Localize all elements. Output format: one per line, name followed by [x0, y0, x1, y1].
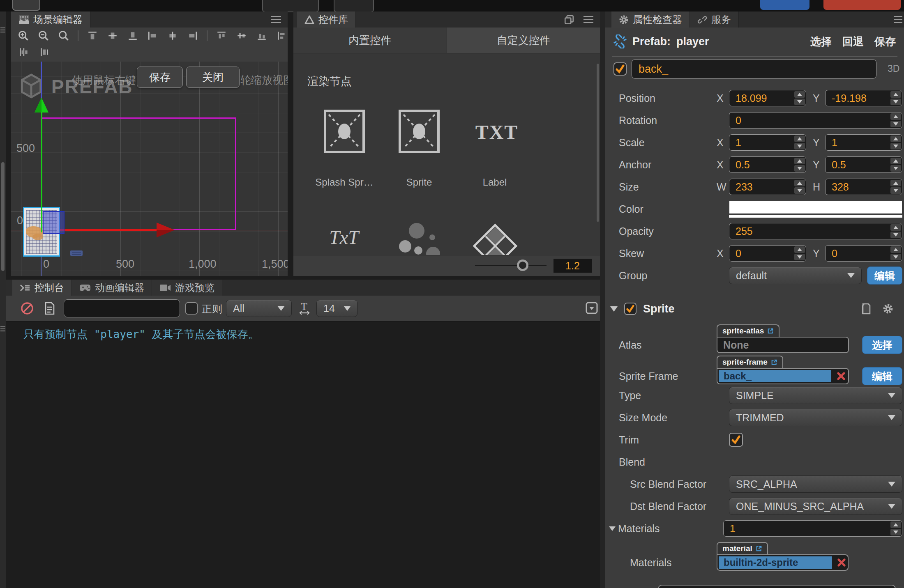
materials-count-field[interactable]: 1	[723, 520, 902, 537]
distribute-h-spacing-icon[interactable]	[18, 46, 30, 58]
topbar-blue-button-stub[interactable]	[760, 0, 809, 10]
inspector-panel-menu-icon[interactable]	[894, 14, 902, 25]
subtab-builtin-widgets[interactable]: 内置控件	[293, 28, 447, 53]
size-h-field[interactable]: 328	[825, 179, 902, 195]
tab-animation-editor[interactable]: 动画编辑器	[72, 280, 152, 296]
library-item-label[interactable]: Splash Spr…	[307, 177, 381, 188]
spinner[interactable]	[794, 91, 805, 105]
subtab-custom-widgets[interactable]: 自定义控件	[447, 28, 600, 53]
prefab-select-button[interactable]: 选择	[810, 34, 832, 49]
spinner[interactable]	[890, 521, 901, 535]
align-bottom-icon[interactable]	[127, 30, 138, 42]
external-link-icon[interactable]	[767, 328, 774, 334]
skew-y-field[interactable]: 0	[825, 245, 902, 262]
opacity-field[interactable]: 255	[729, 223, 902, 239]
position-y-field[interactable]: -19.198	[825, 90, 902, 106]
tab-widget-library[interactable]: 控件库	[297, 11, 356, 28]
group-edit-button[interactable]: 编辑	[867, 266, 902, 285]
distribute-v-spacing-icon[interactable]	[38, 46, 51, 58]
richtext-item-icon[interactable]: TxT	[313, 227, 375, 248]
topbar-red-button-stub[interactable]	[823, 0, 901, 10]
clear-material-icon[interactable]	[835, 555, 849, 570]
font-size-dropdown[interactable]: 14	[316, 300, 357, 317]
distribute-left-icon[interactable]	[276, 30, 288, 42]
scale-x-field[interactable]: 1	[729, 134, 806, 151]
sprite-frame-asset-box[interactable]: sprite-frame back_	[717, 368, 849, 384]
sprite-enabled-checkbox[interactable]	[624, 303, 636, 315]
align-top-icon[interactable]	[87, 30, 99, 42]
position-x-field[interactable]: 18.099	[729, 90, 806, 106]
rotation-field[interactable]: 0	[729, 112, 902, 129]
external-link-icon[interactable]	[771, 359, 777, 365]
align-center-icon[interactable]	[167, 30, 179, 42]
scene-panel-menu-icon[interactable]	[271, 14, 281, 25]
type-dropdown[interactable]: SIMPLE	[729, 387, 902, 404]
docs-icon[interactable]	[860, 303, 871, 315]
size-mode-dropdown[interactable]: TRIMMED	[729, 409, 902, 426]
prefab-revert-button[interactable]: 回退	[842, 34, 864, 49]
collapse-logs-icon[interactable]	[586, 302, 598, 314]
atlas-select-button[interactable]: 选择	[862, 336, 902, 354]
spinner[interactable]	[890, 158, 901, 172]
tab-scene-editor[interactable]: 场景编辑器	[11, 11, 90, 28]
node-active-checkbox[interactable]	[613, 62, 627, 76]
scale-y-field[interactable]: 1	[825, 134, 902, 151]
tab-property-inspector[interactable]: 属性检查器	[611, 11, 690, 28]
spinner[interactable]	[794, 246, 805, 260]
x-gizmo-arrow[interactable]	[156, 222, 175, 238]
dock-menu-icon-2[interactable]	[0, 325, 5, 333]
spinner[interactable]	[890, 180, 901, 194]
node-name-input[interactable]	[632, 59, 876, 79]
console-filter-input[interactable]	[64, 299, 180, 317]
library-item-label[interactable]: Label	[458, 177, 532, 188]
console-log-area[interactable]: 只有预制节点 "player" 及其子节点会被保存。	[6, 321, 600, 588]
dst-blend-dropdown[interactable]: ONE_MINUS_SRC_ALPHA	[729, 498, 902, 515]
distribute-top-icon[interactable]	[216, 30, 228, 42]
zoom-slider-track[interactable]	[475, 265, 547, 266]
tab-game-preview[interactable]: 游戏预览	[152, 280, 222, 296]
log-level-dropdown[interactable]: All	[226, 300, 292, 317]
distribute-middle-icon[interactable]	[236, 30, 248, 42]
dock-scrollbar[interactable]	[1, 162, 5, 271]
sprite-frame-edit-button[interactable]: 编辑	[862, 367, 902, 385]
distribute-bottom-icon[interactable]	[256, 30, 268, 42]
topbar-tab-stub[interactable]	[262, 0, 319, 12]
zoom-in-icon[interactable]	[18, 30, 30, 42]
materials-collapse-arrow-icon[interactable]	[609, 526, 616, 531]
search-icon[interactable]	[58, 30, 69, 42]
component-gear-icon[interactable]	[883, 303, 893, 314]
align-right-icon[interactable]	[187, 30, 199, 42]
clear-sprite-frame-icon[interactable]	[834, 369, 848, 384]
spinner[interactable]	[890, 224, 901, 238]
color-swatch[interactable]	[729, 201, 902, 214]
align-middle-icon[interactable]	[107, 30, 119, 42]
collapse-arrow-icon[interactable]	[610, 306, 618, 312]
zoom-out-icon[interactable]	[38, 30, 50, 42]
mode-3d-label[interactable]: 3D	[888, 63, 899, 74]
spinner[interactable]	[890, 246, 901, 260]
spinner[interactable]	[890, 91, 901, 105]
save-prefab-button[interactable]: 保存	[137, 67, 183, 88]
anchor-y-field[interactable]: 0.5	[825, 156, 902, 173]
spinner[interactable]	[890, 136, 901, 149]
external-link-icon[interactable]	[756, 545, 762, 552]
scene-viewport[interactable]: PREFAB 使用鼠标右键 轮缩放视图 保存 关闭 500 0 0 500 1,…	[11, 62, 288, 276]
log-file-icon[interactable]	[44, 302, 55, 315]
trim-checkbox[interactable]	[729, 433, 743, 447]
tab-services[interactable]: 服务	[690, 11, 739, 28]
tab-console[interactable]: 控制台	[12, 280, 72, 296]
group-dropdown[interactable]: default	[729, 267, 862, 284]
library-item-label[interactable]: Sprite	[382, 177, 456, 188]
spinner[interactable]	[794, 158, 805, 172]
atlas-asset-box[interactable]: sprite-atlas None	[717, 337, 849, 353]
clear-console-icon[interactable]	[21, 302, 34, 315]
zoom-slider-handle[interactable]	[517, 260, 528, 271]
align-left-icon[interactable]	[147, 30, 159, 42]
anchor-x-field[interactable]: 0.5	[729, 156, 806, 173]
regex-checkbox[interactable]	[185, 302, 198, 315]
font-size-icon[interactable]: T	[298, 301, 311, 315]
label-item-icon[interactable]: TXT	[464, 121, 530, 143]
sprite-item-icon[interactable]	[399, 110, 440, 153]
size-w-field[interactable]: 233	[729, 179, 806, 195]
spinner[interactable]	[794, 136, 805, 149]
